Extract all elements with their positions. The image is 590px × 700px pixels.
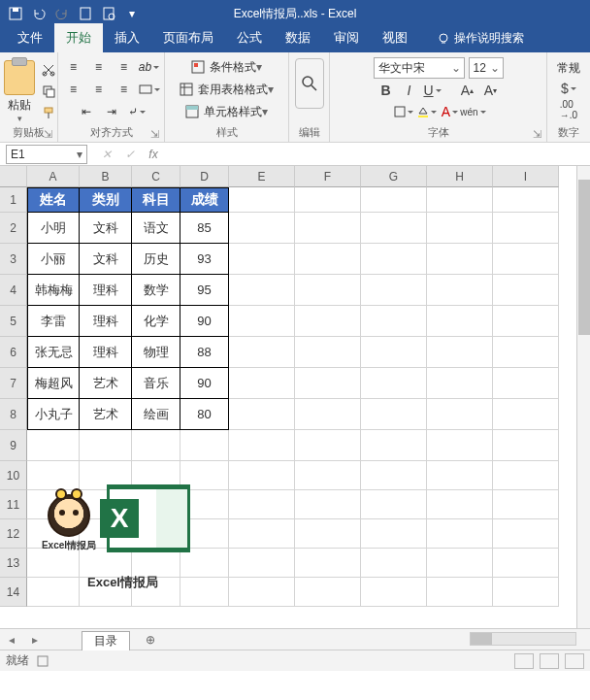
column-header[interactable]: C: [132, 166, 180, 187]
tab-formulas[interactable]: 公式: [225, 23, 274, 52]
fill-color-button[interactable]: [417, 102, 437, 121]
find-select-button[interactable]: [295, 58, 324, 109]
cell[interactable]: [361, 399, 427, 430]
row-header[interactable]: 11: [0, 490, 27, 519]
cell[interactable]: 李雷: [27, 306, 80, 337]
vertical-scrollbar[interactable]: [576, 166, 590, 628]
cell[interactable]: [493, 578, 559, 607]
cell[interactable]: 数学: [132, 275, 180, 306]
cell[interactable]: 语文: [132, 213, 180, 244]
cell[interactable]: [493, 399, 559, 430]
row-header[interactable]: 3: [0, 244, 27, 275]
cell[interactable]: [361, 187, 427, 213]
column-header[interactable]: I: [493, 166, 559, 187]
align-middle-button[interactable]: ≡: [86, 56, 112, 78]
tab-file[interactable]: 文件: [6, 23, 54, 52]
bold-button[interactable]: B: [377, 81, 396, 100]
cell[interactable]: [493, 213, 559, 244]
cell[interactable]: [493, 187, 559, 213]
decrease-decimal-button[interactable]: .00→.0: [559, 100, 578, 119]
increase-indent-button[interactable]: ⇥: [99, 101, 124, 122]
cell[interactable]: [361, 549, 427, 578]
cell[interactable]: [361, 578, 427, 607]
number-format-combo[interactable]: 常规: [557, 60, 580, 77]
column-header[interactable]: G: [361, 166, 427, 187]
cell[interactable]: 类别: [80, 187, 132, 213]
underline-button[interactable]: U: [423, 81, 442, 100]
formula-input[interactable]: [165, 145, 590, 164]
cell[interactable]: [295, 549, 361, 578]
cell[interactable]: [361, 519, 427, 549]
cell[interactable]: 韩梅梅: [27, 275, 80, 306]
cell[interactable]: [427, 519, 493, 549]
cell-styles-button[interactable]: 单元格样式▾: [185, 101, 268, 122]
row-header[interactable]: 8: [0, 399, 27, 430]
cell[interactable]: 理科: [80, 337, 132, 368]
cell[interactable]: [229, 187, 295, 213]
cell[interactable]: 90: [180, 368, 229, 399]
tell-me-search[interactable]: 操作说明搜索: [427, 24, 534, 52]
cell[interactable]: [295, 461, 361, 490]
align-center-button[interactable]: ≡: [86, 79, 112, 100]
cell[interactable]: 88: [180, 337, 229, 368]
cell[interactable]: [361, 306, 427, 337]
cell[interactable]: [427, 187, 493, 213]
cell[interactable]: [493, 549, 559, 578]
row-header[interactable]: 9: [0, 430, 27, 461]
cell[interactable]: 音乐: [132, 368, 180, 399]
cell[interactable]: [295, 578, 361, 607]
cancel-formula-button[interactable]: ✕: [95, 148, 118, 161]
normal-view-button[interactable]: [514, 653, 534, 669]
cell[interactable]: 张无忌: [27, 337, 80, 368]
cell[interactable]: [427, 275, 493, 306]
cut-button[interactable]: [37, 59, 60, 81]
cell[interactable]: 小明: [27, 213, 80, 244]
redo-icon[interactable]: [50, 2, 74, 25]
open-file-icon[interactable]: [97, 2, 120, 25]
cell[interactable]: [427, 549, 493, 578]
cell[interactable]: [427, 306, 493, 337]
cell[interactable]: 93: [180, 244, 229, 275]
copy-button[interactable]: [37, 81, 60, 102]
cell[interactable]: [229, 490, 295, 519]
cell[interactable]: [295, 430, 361, 461]
cell[interactable]: [80, 430, 132, 461]
row-header[interactable]: 6: [0, 337, 27, 368]
cell[interactable]: [229, 306, 295, 337]
cell[interactable]: [295, 399, 361, 430]
cell[interactable]: [295, 187, 361, 213]
row-header[interactable]: 2: [0, 213, 27, 244]
align-left-button[interactable]: ≡: [61, 79, 86, 100]
cell[interactable]: 80: [180, 399, 229, 430]
cell[interactable]: [295, 337, 361, 368]
merge-button[interactable]: [137, 79, 162, 100]
align-bottom-button[interactable]: ≡: [112, 56, 137, 78]
cell[interactable]: [229, 399, 295, 430]
align-top-button[interactable]: ≡: [61, 56, 86, 78]
row-header[interactable]: 1: [0, 187, 27, 213]
cell[interactable]: [229, 430, 295, 461]
cell[interactable]: [493, 430, 559, 461]
cell[interactable]: [493, 368, 559, 399]
format-as-table-button[interactable]: 套用表格格式▾: [180, 79, 274, 100]
cell[interactable]: [493, 306, 559, 337]
cell[interactable]: [295, 368, 361, 399]
cell[interactable]: 90: [180, 306, 229, 337]
cell[interactable]: [361, 461, 427, 490]
cell[interactable]: [361, 368, 427, 399]
cell[interactable]: [180, 578, 229, 607]
cell[interactable]: 艺术: [80, 399, 132, 430]
cell[interactable]: [493, 490, 559, 519]
cell[interactable]: [361, 337, 427, 368]
sheet-nav-prev[interactable]: ◂: [9, 633, 15, 647]
cell[interactable]: [27, 549, 80, 578]
customize-qat-icon[interactable]: ▾: [120, 2, 144, 25]
enter-formula-button[interactable]: ✓: [118, 148, 142, 161]
increase-font-button[interactable]: A▴: [458, 81, 477, 100]
cell[interactable]: [361, 213, 427, 244]
cell[interactable]: 化学: [132, 306, 180, 337]
cell[interactable]: [427, 490, 493, 519]
row-header[interactable]: 7: [0, 368, 27, 399]
horizontal-scrollbar[interactable]: [470, 632, 576, 646]
cell[interactable]: 艺术: [80, 368, 132, 399]
